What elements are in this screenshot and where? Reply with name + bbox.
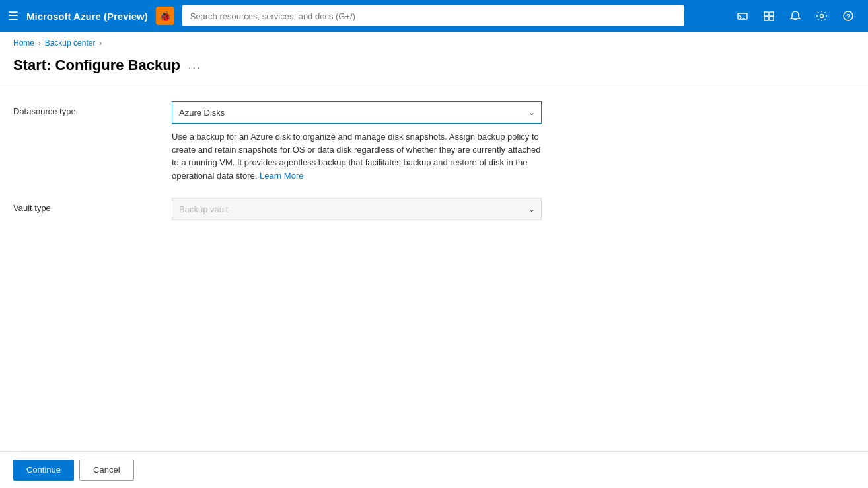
- main-content: Datasource type Azure Disks Azure Virtua…: [0, 85, 868, 451]
- vault-label: Vault type: [13, 198, 172, 213]
- svg-point-6: [820, 15, 824, 18]
- svg-text:?: ?: [846, 13, 850, 20]
- vault-dropdown-wrapper: Backup vault ⌄: [172, 198, 542, 220]
- vault-control-area: Backup vault ⌄: [172, 198, 542, 220]
- svg-rect-5: [770, 17, 774, 20]
- datasource-select[interactable]: Azure Disks Azure Virtual Machines Azure…: [172, 101, 542, 124]
- vault-select[interactable]: Backup vault: [172, 198, 542, 220]
- notifications-icon[interactable]: [783, 4, 807, 28]
- page-header: Start: Configure Backup ...: [0, 54, 868, 85]
- cancel-button[interactable]: Cancel: [79, 460, 133, 481]
- search-input[interactable]: [182, 5, 684, 26]
- datasource-label: Datasource type: [13, 101, 172, 116]
- svg-rect-2: [764, 12, 768, 16]
- topbar-icons: ?: [731, 4, 860, 28]
- datasource-dropdown-wrapper: Azure Disks Azure Virtual Machines Azure…: [172, 101, 542, 124]
- breadcrumb-sep-2: ›: [99, 39, 102, 47]
- svg-rect-4: [764, 17, 768, 20]
- page-title: Start: Configure Backup: [13, 57, 180, 74]
- learn-more-link[interactable]: Learn More: [260, 171, 303, 181]
- vault-row: Vault type Backup vault ⌄: [13, 198, 855, 220]
- help-icon[interactable]: ?: [836, 4, 860, 28]
- datasource-control-area: Azure Disks Azure Virtual Machines Azure…: [172, 101, 542, 182]
- breadcrumb-home[interactable]: Home: [13, 38, 34, 48]
- directory-icon[interactable]: [757, 4, 781, 28]
- more-options-button[interactable]: ...: [188, 60, 201, 71]
- breadcrumb: Home › Backup center ›: [0, 32, 868, 54]
- breadcrumb-sep-1: ›: [38, 39, 41, 47]
- bug-icon: 🐞: [156, 7, 174, 25]
- svg-rect-3: [770, 12, 774, 16]
- settings-icon[interactable]: [810, 4, 834, 28]
- breadcrumb-backup-center[interactable]: Backup center: [45, 38, 96, 48]
- continue-button[interactable]: Continue: [13, 460, 74, 481]
- datasource-row: Datasource type Azure Disks Azure Virtua…: [13, 101, 855, 182]
- cloud-shell-icon[interactable]: [731, 4, 754, 28]
- description-text: Use a backup for an Azure disk to organi…: [172, 130, 542, 182]
- topbar: ☰ Microsoft Azure (Preview) 🐞 ?: [0, 0, 868, 32]
- app-title: Microsoft Azure (Preview): [26, 11, 148, 22]
- bottom-bar: Continue Cancel: [0, 451, 868, 488]
- hamburger-icon[interactable]: ☰: [8, 9, 18, 23]
